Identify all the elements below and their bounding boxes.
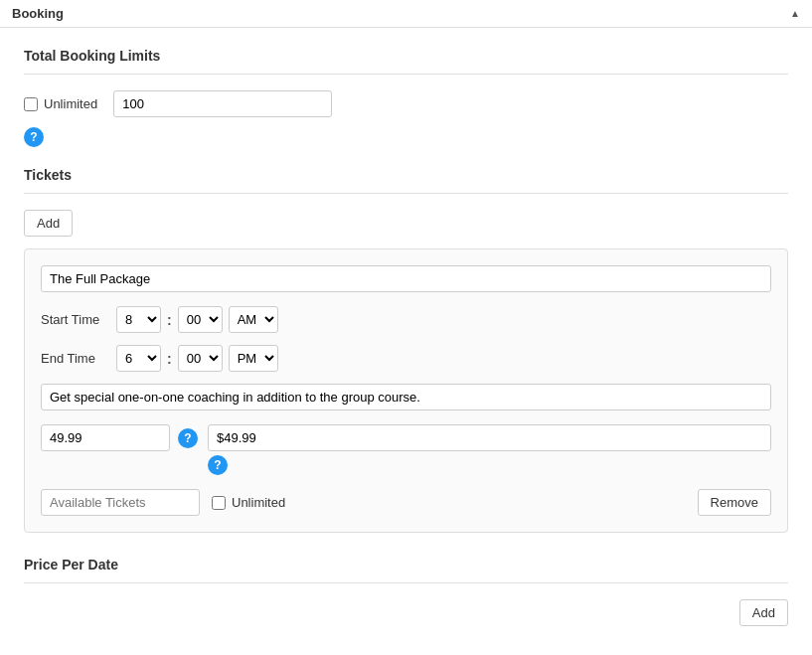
total-booking-limits-title: Total Booking Limits (24, 48, 788, 64)
end-time-colon: : (167, 351, 172, 367)
panel-collapse-icon[interactable]: ▲ (790, 8, 800, 19)
section-divider-1 (24, 74, 788, 75)
ticket-unlimited-label[interactable]: Unlimited (212, 495, 285, 510)
start-ampm-select[interactable]: AMPM (229, 306, 278, 333)
start-time-label: Start Time (41, 312, 110, 327)
booking-help-row: ? (24, 127, 788, 147)
section-divider-2 (24, 193, 788, 194)
available-tickets-row: Unlimited Remove (41, 489, 771, 516)
end-time-row: End Time 1234 5678 9101112 : 00153045 AM… (41, 345, 771, 372)
start-time-row: Start Time 1234 5678 9101112 : 00153045 … (41, 306, 771, 333)
tickets-section: Tickets Add Start Time 1234 5678 9101112 (24, 167, 788, 533)
ticket-name-input[interactable] (41, 265, 771, 292)
add-ticket-button[interactable]: Add (24, 210, 73, 237)
start-minute-select[interactable]: 00153045 (178, 306, 223, 333)
remove-ticket-button[interactable]: Remove (698, 489, 771, 516)
end-ampm-select[interactable]: AMPM (229, 345, 278, 372)
booking-limit-input[interactable] (113, 90, 332, 117)
booking-help-icon[interactable]: ? (24, 127, 44, 147)
ticket-price-display-input[interactable] (208, 424, 771, 451)
start-hour-select[interactable]: 1234 5678 9101112 (116, 306, 161, 333)
unlimited-row: Unlimited (24, 90, 788, 117)
price-help-icon[interactable]: ? (178, 428, 198, 448)
ticket-unlimited-text: Unlimited (232, 495, 285, 510)
price-per-date-add-row: Add (24, 599, 788, 626)
available-tickets-input[interactable] (41, 489, 200, 516)
price-row: ? ? (41, 424, 771, 475)
unlimited-checkbox-label[interactable]: Unlimited (24, 96, 97, 111)
end-time-label: End Time (41, 351, 110, 366)
ticket-description-input[interactable] (41, 384, 771, 410)
panel-title: Booking (12, 6, 64, 21)
unlimited-checkbox[interactable] (24, 97, 38, 111)
tickets-title: Tickets (24, 167, 788, 183)
end-hour-select[interactable]: 1234 5678 9101112 (116, 345, 161, 372)
unlimited-label: Unlimited (44, 96, 97, 111)
add-price-per-date-button[interactable]: Add (739, 599, 788, 626)
end-minute-select[interactable]: 00153045 (178, 345, 223, 372)
section-divider-3 (24, 582, 788, 583)
price-display-help-icon[interactable]: ? (208, 455, 228, 475)
ticket-card: Start Time 1234 5678 9101112 : 00153045 … (24, 248, 788, 533)
price-right: ? (208, 424, 771, 475)
ticket-unlimited-checkbox[interactable] (212, 496, 226, 510)
start-time-colon: : (167, 312, 172, 328)
ticket-price-input[interactable] (41, 424, 170, 451)
price-left: ? (41, 424, 198, 451)
price-per-date-title: Price Per Date (24, 557, 788, 573)
price-per-date-section: Price Per Date Add (24, 557, 788, 626)
panel-header: Booking ▲ (0, 0, 812, 28)
